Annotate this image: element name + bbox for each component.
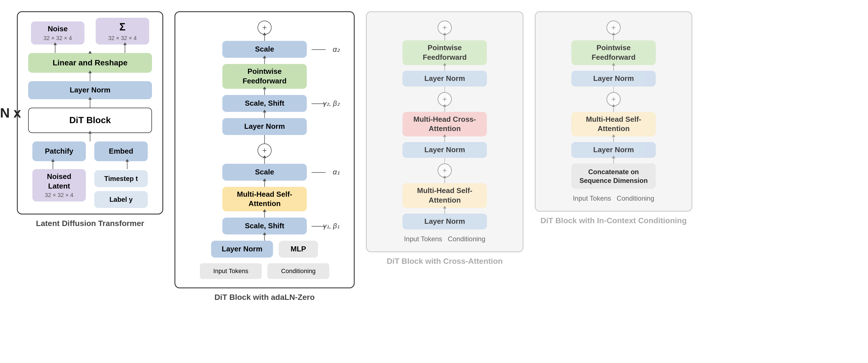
linear-reshape-box: Linear and Reshape [28, 53, 152, 73]
ln-ca-cross: Layer Norm [402, 142, 487, 158]
dit-ic-label: DiT Block with In-Context Conditioning [540, 216, 687, 225]
scale-bottom-box: Scale [222, 164, 307, 180]
pff-ic: Pointwise Feedforward [571, 40, 656, 65]
alpha1-label: α₁ [333, 168, 340, 176]
layer-norm-box-ldt: Layer Norm [28, 81, 152, 99]
timestep-box: Timestep t [94, 170, 148, 187]
dit-adaln-label: DiT Block with adaLN-Zero [214, 293, 315, 302]
concat-seq-ic: Concatenate on Sequence Dimension [571, 164, 656, 189]
ln-ff-ic: Layer Norm [571, 71, 656, 86]
embed-box: Embed [94, 141, 148, 161]
multi-head-sa-adaln: Multi-Head Self-Attention [222, 187, 307, 212]
mhca-cross: Multi-Head Cross-Attention [402, 112, 487, 137]
layer-norm-1-adaln: Layer Norm [211, 241, 273, 258]
dit-cross-label: DiT Block with Cross-Attention [387, 257, 503, 266]
label-box: Label y [94, 191, 148, 208]
sigma-box: Σ 32 × 32 × 4 [96, 18, 149, 45]
dit-cross-inner: + Pointwise Feedforward Layer Norm + Mul… [366, 11, 524, 252]
alpha2-label: α₂ [333, 45, 340, 54]
input-tokens-ic: Input Tokens [573, 194, 611, 202]
scale-shift-1-box: Scale, Shift [222, 218, 307, 234]
input-tokens-cross: Input Tokens [404, 235, 442, 243]
dit-cross-section: + Pointwise Feedforward Layer Norm + Mul… [366, 11, 524, 266]
dit-adaln-section: + Scale α₂ Pointwise Feedforward Scale, … [175, 11, 354, 302]
conditioning-cross: Conditioning [448, 235, 485, 243]
scale-top-box: Scale [222, 41, 307, 58]
dit-block-box: DiT Block [28, 108, 152, 133]
layer-norm-2-adaln: Layer Norm [222, 118, 307, 135]
pointwise-ff-box: Pointwise Feedforward [222, 64, 307, 89]
dit-adaln-inner: + Scale α₂ Pointwise Feedforward Scale, … [175, 11, 354, 288]
scale-shift-2-box: Scale, Shift [222, 95, 307, 112]
patchify-box: Patchify [32, 141, 86, 161]
ln-sa-cross: Layer Norm [402, 214, 487, 229]
noised-latent-box: Noised Latent 32 × 32 × 4 [32, 169, 86, 202]
input-tokens-adaln: Input Tokens [200, 263, 262, 279]
dit-incontext-inner: + Pointwise Feedforward Layer Norm + Mul… [535, 11, 692, 212]
pff-cross: Pointwise Feedforward [402, 40, 487, 65]
ldt-section-label: Latent Diffusion Transformer [36, 219, 144, 228]
ln-ff-cross: Layer Norm [402, 71, 487, 86]
noise-box: Noise 32 × 32 × 4 [31, 21, 85, 45]
mhsa-cross: Multi-Head Self-Attention [402, 183, 487, 208]
ldt-section: N x Noise 32 × 32 × 4 Σ 32 × 32 × 4 [17, 11, 163, 228]
main-container: N x Noise 32 × 32 × 4 Σ 32 × 32 × 4 [0, 0, 868, 363]
conditioning-ic: Conditioning [617, 194, 654, 202]
mhsa2-ic: Multi-Head Self-Attention [571, 112, 656, 137]
ldt-inner: Noise 32 × 32 × 4 Σ 32 × 32 × 4 [17, 11, 163, 215]
mlp-box: MLP [279, 241, 318, 258]
conditioning-adaln: Conditioning [268, 263, 329, 279]
dit-incontext-section: + Pointwise Feedforward Layer Norm + Mul… [535, 11, 692, 225]
ldt-top-row: Noise 32 × 32 × 4 Σ 32 × 32 × 4 [30, 18, 151, 45]
